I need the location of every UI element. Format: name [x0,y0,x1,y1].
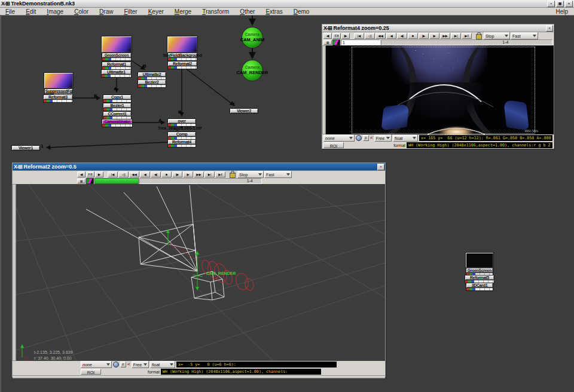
transport-button-7[interactable]: ▶ [429,33,439,39]
f-button[interactable]: F [120,362,126,368]
transport-button-8[interactable]: ▶▶ [194,172,204,177]
node-greenscreen[interactable]: GreenScreen [102,36,132,61]
next-key-button[interactable]: ▶ [341,33,350,39]
node-camerashake[interactable]: CameraShake [102,119,133,127]
node-copy1[interactable]: Copy1 [103,94,132,103]
transport-button-5[interactable]: ■ [161,172,172,177]
prev-key-button[interactable]: ◀ [77,172,86,177]
menu-transform[interactable]: Transform [197,8,234,15]
menu-draw[interactable]: Draw [94,8,118,15]
menu-merge[interactable]: Merge [169,8,197,15]
node-ccorrect1[interactable]: CCorrect1 [103,111,132,120]
node-label[interactable]: SuppressedFg [44,88,73,94]
lock-icon[interactable] [230,173,236,178]
prev-key-button[interactable]: ◀ [323,33,332,39]
node-label[interactable]: Reformat2 [167,61,197,66]
viewer-window-reformat4[interactable]: X-⊞ Reformat4 zoom=0.25 × ◀ F8 ▶ |◀◁|◀◀◀… [322,24,554,149]
node-camera-cam_render[interactable]: CameraCAM_RENDER [242,60,262,81]
node-suppressedfg[interactable]: SuppressedFg [44,73,73,97]
node-reformat3[interactable]: Reformat3 [43,94,73,103]
node-label[interactable]: Copy1 [103,94,132,100]
stop-dropdown[interactable]: Stop [237,171,264,178]
node-label[interactable]: Bezier1 [103,103,132,108]
magnet-icon[interactable]: < [127,362,130,367]
node-reformat2[interactable]: Reformat2 [167,61,197,69]
node-bezier1[interactable]: Bezier1 [103,103,132,111]
node-label[interactable]: Reformat4 [167,139,196,145]
grid-button[interactable]: ▦ [77,179,86,183]
lock-icon[interactable] [476,34,482,39]
menu-filter[interactable]: Filter [118,8,142,15]
node-comp[interactable]: Comp [167,131,196,140]
node-over[interactable]: over [167,118,196,127]
node-label[interactable]: StarFieldBackground [167,53,197,58]
node-starfieldbackground[interactable]: StarFieldBackground [167,36,197,61]
node-label[interactable]: Reformat5 [465,275,494,280]
close-button[interactable]: × [565,1,573,7]
transport-button-0[interactable]: |◀ [354,33,364,39]
viewer2-close-button[interactable]: × [377,164,384,170]
menu-image[interactable]: Image [41,8,69,15]
transport-button-9[interactable]: ▶| [451,33,461,39]
node-label[interactable]: Viewer1 [11,145,40,151]
fast-dropdown[interactable]: Fast [264,171,292,178]
transport-button-4[interactable]: ◀| [151,172,161,177]
transport-button-7[interactable]: ▶ [183,172,193,177]
channels-icon[interactable] [332,39,340,45]
node-label[interactable]: 3DCard1 [466,283,493,288]
transport-button-2[interactable]: ◀◀ [375,33,386,39]
viewer1-titlebar[interactable]: X-⊞ Reformat4 zoom=0.25 × [322,24,554,32]
fkey-button[interactable]: F8 [332,33,341,39]
main-titlebar[interactable]: X-⊞ TrekDemonstrationB.nk3 ▪ ▣ × [0,0,574,8]
magnet-icon[interactable]: < [370,136,373,140]
viewer2-3d-view[interactable]: CAM_RENDER t-2.135, 3.225, 3.639 r: 37.4… [16,184,385,361]
node-viewer2[interactable]: Viewer2 [230,108,258,114]
transport-button-10[interactable]: ▶‖ [215,172,225,177]
menu-demo[interactable]: Demo [288,8,315,15]
viewer1-close-button[interactable]: × [546,25,553,32]
node-camera-cam_anim[interactable]: CameraCAM_ANIM [242,27,262,48]
transport-button-9[interactable]: ▶| [204,172,215,177]
gamma-icon[interactable] [113,362,119,368]
channels-icon[interactable] [86,178,94,184]
node-label[interactable]: GreenScreen [466,268,493,273]
viewer2-titlebar[interactable]: X-⊞ Reformat2 zoom=0.5 × [13,163,385,171]
menu-edit[interactable]: Edit [20,8,41,15]
transport-button-4[interactable]: ◀| [397,33,407,39]
roi-button[interactable]: ROI [81,369,101,375]
transport-button-8[interactable]: ▶▶ [440,33,450,39]
f-button[interactable]: F [363,135,369,141]
grid-button[interactable]: ▦ [323,40,332,45]
node-label[interactable]: Ultimatte2 [138,72,166,77]
menu-color[interactable]: Color [69,8,94,15]
next-key-button[interactable]: ▶ [95,172,103,177]
roi-button[interactable]: ROI [323,142,344,148]
frame-field[interactable] [341,39,380,45]
transport-button-3[interactable]: ◀ [386,33,396,39]
node-label[interactable]: CameraShake [102,119,133,124]
fast-dropdown[interactable]: Fast [511,32,538,39]
menu-keyer[interactable]: Keyer [143,8,169,15]
transport-button-1[interactable]: ◁| [118,172,129,177]
node-label[interactable]: Viewer2 [230,108,258,114]
node-label[interactable]: Ultimatte1 [101,69,132,75]
node-label[interactable]: Bezier2 [138,79,166,85]
float-dropdown[interactable]: float [393,134,418,142]
node-ultimatte2[interactable]: Ultimatte2 [138,72,166,80]
menu-extras[interactable]: Extras [260,8,288,15]
viewer1-image[interactable]: WH (Wo [326,45,554,134]
frame-slider[interactable]: 1-4 [139,178,262,184]
minimize-button[interactable]: ▪ [547,1,555,7]
transport-button-10[interactable]: ▶‖ [462,33,472,39]
node-ultimatte1[interactable]: Ultimatte1 [101,69,132,78]
node-viewer1[interactable]: Viewer1 [11,145,40,151]
node-bezier2[interactable]: Bezier2 [138,79,166,88]
menu-other[interactable]: Other [234,8,260,15]
transport-button-3[interactable]: ◀ [140,172,150,177]
transport-button-5[interactable]: ■ [408,33,418,39]
node-label[interactable]: Reformat1 [102,62,132,67]
sample-dropdown[interactable]: none [81,361,112,368]
node-label[interactable]: GreenScreen [102,53,132,58]
menu-help[interactable]: Help [549,8,574,15]
node-reformat1[interactable]: Reformat1 [102,62,132,70]
